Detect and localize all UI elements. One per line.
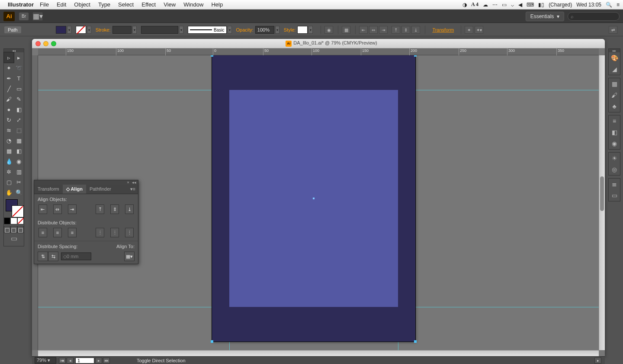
gradient-panel-icon[interactable]: ◧ bbox=[609, 127, 620, 138]
spotlight-icon[interactable]: 🔍 bbox=[606, 2, 612, 8]
vertical-distribute-center-button[interactable]: ≡ bbox=[53, 228, 62, 237]
variable-width-profile[interactable] bbox=[141, 26, 178, 34]
artboard-next-button[interactable]: ▸ bbox=[95, 358, 102, 364]
free-transform-tool[interactable]: ⬚ bbox=[14, 125, 24, 135]
transform-link[interactable]: Transform bbox=[432, 27, 454, 32]
vertical-align-bottom-button[interactable]: ⤓ bbox=[125, 204, 134, 214]
rectangle-tool[interactable]: ▭ bbox=[14, 83, 24, 94]
align-hcenter-icon[interactable]: ⇔ bbox=[369, 26, 378, 34]
gradient-mode-icon[interactable] bbox=[10, 217, 17, 224]
draw-normal-icon[interactable]: ◻ bbox=[4, 226, 10, 233]
stroke-panel-icon[interactable]: ≡ bbox=[609, 115, 620, 127]
align-vcenter-icon[interactable]: ⇕ bbox=[401, 26, 410, 34]
eyedropper-tool[interactable]: 💧 bbox=[4, 156, 14, 166]
artboards-panel-icon[interactable]: ▭ bbox=[609, 190, 620, 201]
adobe-updater-icon[interactable]: A 4 bbox=[471, 1, 478, 8]
swatches-panel-icon[interactable]: ▦ bbox=[609, 78, 620, 89]
horizontal-distribute-space-button[interactable]: ⇆ bbox=[48, 252, 58, 261]
stroke-weight-field[interactable] bbox=[112, 26, 132, 34]
stroke-color-swatch[interactable] bbox=[12, 205, 24, 217]
align-right-icon[interactable]: ⇥ bbox=[379, 26, 388, 34]
selection-handle[interactable] bbox=[414, 55, 417, 57]
zoom-field[interactable]: 79% ▾ bbox=[35, 357, 56, 364]
selection-handle[interactable] bbox=[211, 340, 213, 343]
recolor-artwork-icon[interactable]: ◉ bbox=[324, 26, 333, 34]
panel-menu-icon[interactable]: ▾≡ bbox=[128, 185, 138, 194]
draw-inside-icon[interactable]: ◻ bbox=[17, 226, 24, 233]
menu-edit[interactable]: Edit bbox=[57, 1, 66, 8]
style-dropdown[interactable]: ▾ bbox=[308, 26, 313, 34]
panel-close-icon[interactable]: × bbox=[127, 180, 129, 185]
rotate-tool[interactable]: ↻ bbox=[4, 115, 14, 125]
artboard-last-button[interactable]: ⏭ bbox=[103, 358, 110, 364]
selection-handle[interactable] bbox=[414, 340, 417, 343]
battery-icon[interactable]: ▮▯ bbox=[538, 2, 544, 8]
menu-help[interactable]: Help bbox=[211, 1, 223, 8]
brush-dropdown[interactable]: ▾ bbox=[228, 26, 232, 34]
graphic-style-swatch[interactable] bbox=[297, 26, 308, 34]
window-close-icon[interactable] bbox=[35, 41, 41, 46]
input-source-icon[interactable]: ⌨ bbox=[527, 2, 534, 8]
status-sync-icon[interactable]: ◑ bbox=[462, 2, 467, 8]
vwp-dropdown[interactable]: ▾ bbox=[179, 26, 183, 34]
status-menu-button[interactable]: ▸ bbox=[594, 358, 601, 364]
vertical-distribute-top-button[interactable]: ≡ bbox=[39, 228, 47, 237]
menu-type[interactable]: Type bbox=[98, 1, 110, 8]
opacity-dropdown[interactable]: ▾ bbox=[275, 26, 279, 34]
paintbrush-tool[interactable]: 🖌 bbox=[4, 94, 14, 104]
selection-handle[interactable] bbox=[211, 55, 213, 57]
direct-selection-tool[interactable]: ▸ bbox=[14, 52, 24, 63]
pen-tool[interactable]: ✒ bbox=[4, 73, 14, 83]
brushes-panel-icon[interactable]: 🖌 bbox=[609, 89, 620, 101]
menu-view[interactable]: View bbox=[164, 1, 176, 8]
horizontal-align-left-button[interactable]: ⇤ bbox=[39, 204, 47, 214]
scroll-thumb[interactable] bbox=[600, 176, 604, 211]
document-titlebar[interactable]: AiDA_Illo_01.ai* @ 79% (CMYK/Preview) bbox=[32, 39, 605, 48]
color-guide-panel-icon[interactable]: ◢ bbox=[609, 64, 620, 75]
dock-collapse-icon[interactable]: ▸▸ bbox=[609, 49, 620, 52]
display-icon[interactable]: ▭ bbox=[502, 2, 507, 8]
horizontal-distribute-right-button[interactable]: ⋮ bbox=[125, 228, 134, 237]
stroke-weight-dropdown[interactable]: ▾ bbox=[132, 26, 137, 34]
zoom-tool[interactable]: 🔍 bbox=[14, 187, 24, 198]
fill-stroke-control[interactable] bbox=[4, 198, 24, 217]
menu-effect[interactable]: Effect bbox=[141, 1, 156, 8]
brush-definition-field[interactable]: Basic bbox=[188, 26, 227, 34]
wifi-icon[interactable]: ⌵ bbox=[511, 2, 514, 8]
artboard-prev-button[interactable]: ◂ bbox=[67, 358, 74, 364]
fill-dropdown[interactable]: ▾ bbox=[67, 26, 71, 34]
artboard[interactable] bbox=[212, 55, 415, 342]
artboard-first-button[interactable]: ⏮ bbox=[59, 358, 66, 364]
ruler-horizontal[interactable]: 150 100 50 0 50 100 150 200 250 300 350 bbox=[38, 48, 599, 55]
symbols-panel-icon[interactable]: ♣ bbox=[609, 101, 620, 112]
fill-swatch[interactable] bbox=[56, 26, 66, 34]
align-left-icon[interactable]: ⇤ bbox=[359, 26, 368, 34]
layers-panel-icon[interactable]: ≣ bbox=[609, 179, 620, 190]
menu-object[interactable]: Object bbox=[74, 1, 90, 8]
tab-pathfinder[interactable]: Pathfinder bbox=[86, 185, 115, 194]
lasso-tool[interactable]: ➰ bbox=[14, 63, 24, 73]
panel-collapse-icon[interactable]: ◂◂ bbox=[132, 180, 136, 185]
slice-tool[interactable]: ✂ bbox=[14, 177, 24, 187]
notification-center-icon[interactable]: ≡ bbox=[617, 2, 620, 8]
perspective-grid-tool[interactable]: ▦ bbox=[14, 135, 24, 146]
scrollbar-horizontal[interactable] bbox=[38, 350, 599, 356]
vertical-distribute-space-button[interactable]: ⇅ bbox=[38, 252, 48, 261]
transparency-panel-icon[interactable]: ◉ bbox=[609, 138, 620, 149]
opacity-field[interactable]: 100% bbox=[255, 26, 274, 34]
vertical-distribute-bottom-button[interactable]: ≡ bbox=[68, 228, 77, 237]
app-name[interactable]: Illustrator bbox=[8, 1, 34, 8]
control-bar-menu-icon[interactable]: ⇄ bbox=[609, 26, 617, 34]
menu-select[interactable]: Select bbox=[118, 1, 134, 8]
horizontal-distribute-left-button[interactable]: ⋮ bbox=[96, 228, 104, 237]
none-mode-icon[interactable] bbox=[17, 217, 24, 224]
eraser-tool[interactable]: ◧ bbox=[14, 104, 24, 115]
tools-collapse-icon[interactable]: ◂◂ bbox=[4, 49, 24, 52]
dropbox-icon[interactable]: ☁ bbox=[483, 2, 488, 8]
stroke-dropdown[interactable]: ▾ bbox=[87, 26, 91, 34]
mesh-tool[interactable]: ▩ bbox=[4, 146, 14, 156]
color-panel-icon[interactable]: 🎨 bbox=[609, 52, 620, 64]
selection-tool[interactable]: ▹ bbox=[4, 52, 14, 63]
graphic-styles-panel-icon[interactable]: ◎ bbox=[609, 164, 620, 175]
tab-align[interactable]: ◇ Align bbox=[63, 185, 86, 194]
